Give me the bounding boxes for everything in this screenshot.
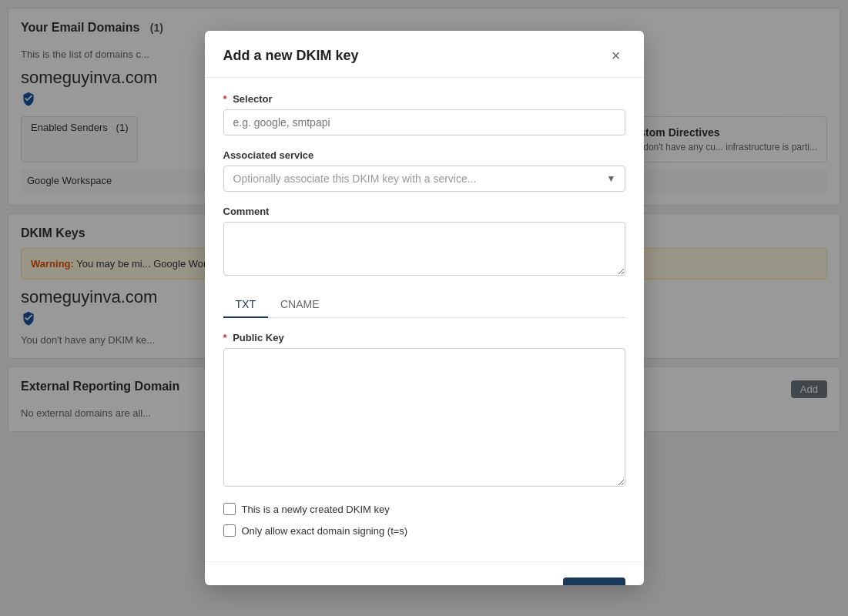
checkbox-exact-domain: Only allow exact domain signing (t=s) <box>223 524 625 537</box>
add-dkim-button[interactable]: Add <box>563 578 625 585</box>
public-key-group: * Public Key <box>223 332 625 489</box>
public-key-textarea[interactable] <box>223 348 625 487</box>
modal-overlay: Add a new DKIM key × * Selector Associat… <box>0 0 848 616</box>
modal-header: Add a new DKIM key × <box>205 31 644 78</box>
selector-input[interactable] <box>223 109 625 136</box>
associated-service-label: Associated service <box>223 149 625 161</box>
selector-label: * Selector <box>223 93 625 105</box>
newly-created-label[interactable]: This is a newly created DKIM key <box>242 504 390 515</box>
newly-created-checkbox[interactable] <box>223 503 236 515</box>
modal-body: * Selector Associated service Optionally… <box>205 78 644 561</box>
associated-service-wrapper: Optionally associate this DKIM key with … <box>223 166 625 192</box>
tabs-container: TXT CNAME <box>223 292 625 318</box>
comment-label: Comment <box>223 206 625 217</box>
public-key-label: * Public Key <box>223 332 625 343</box>
tab-txt[interactable]: TXT <box>223 292 268 318</box>
selector-group: * Selector <box>223 93 625 136</box>
comment-textarea[interactable] <box>223 222 625 276</box>
associated-service-group: Associated service Optionally associate … <box>223 149 625 192</box>
checkbox-newly-created: This is a newly created DKIM key <box>223 503 625 515</box>
associated-service-select[interactable]: Optionally associate this DKIM key with … <box>223 166 625 192</box>
tab-cname[interactable]: CNAME <box>268 292 332 318</box>
comment-group: Comment <box>223 206 625 278</box>
modal-title: Add a new DKIM key <box>223 48 359 64</box>
exact-domain-checkbox[interactable] <box>223 524 236 537</box>
exact-domain-label[interactable]: Only allow exact domain signing (t=s) <box>242 525 408 537</box>
modal-close-button[interactable]: × <box>607 46 625 65</box>
dkim-modal: Add a new DKIM key × * Selector Associat… <box>205 31 644 585</box>
modal-footer: Add <box>205 561 644 585</box>
